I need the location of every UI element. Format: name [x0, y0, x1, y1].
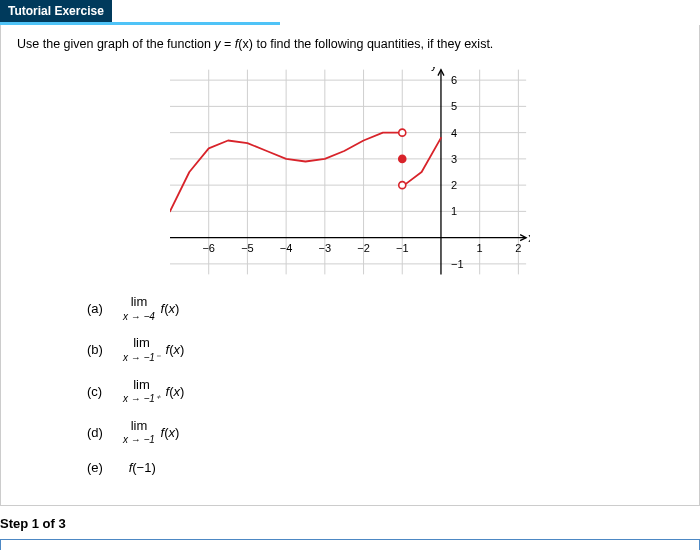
subpart-row: (c)limx → −1⁺ f(x) — [87, 378, 683, 405]
function-expression: f(x) — [157, 301, 179, 316]
svg-point-36 — [399, 182, 406, 189]
svg-text:x: x — [528, 231, 530, 245]
exercise-panel: Use the given graph of the function y = … — [0, 25, 700, 506]
function-graph: −6−5−4−3−2−112−1123456xy — [170, 67, 530, 277]
svg-point-35 — [399, 155, 406, 162]
svg-text:−3: −3 — [319, 242, 332, 254]
section-header: Tutorial Exercise — [0, 0, 112, 22]
limit-expression: limx → −1⁺ — [123, 378, 160, 405]
svg-text:3: 3 — [451, 153, 457, 165]
svg-text:1: 1 — [477, 242, 483, 254]
subpart-label: (b) — [87, 342, 123, 357]
svg-text:−6: −6 — [202, 242, 215, 254]
svg-text:−4: −4 — [280, 242, 293, 254]
chart-container: −6−5−4−3−2−112−1123456xy — [17, 67, 683, 277]
svg-text:−1: −1 — [451, 258, 464, 270]
subparts-list: (a)limx → −4 f(x)(b)limx → −1⁻ f(x)(c)li… — [87, 295, 683, 475]
subpart-row: (d)limx → −1 f(x) — [87, 419, 683, 446]
svg-point-34 — [399, 129, 406, 136]
prompt-eqn-x: (x) — [238, 37, 253, 51]
limit-expression: limx → −4 — [123, 295, 155, 322]
limit-expression: limx → −1⁻ — [123, 336, 160, 363]
svg-text:−5: −5 — [241, 242, 254, 254]
prompt-text: Use the given graph of the function y = … — [17, 37, 683, 51]
prompt-suffix: to find the following quantities, if the… — [256, 37, 493, 51]
subpart-row: (b)limx → −1⁻ f(x) — [87, 336, 683, 363]
function-expression: f(x) — [157, 425, 179, 440]
svg-text:−1: −1 — [396, 242, 409, 254]
subpart-row: (a)limx → −4 f(x) — [87, 295, 683, 322]
prompt-prefix: Use the given graph of the function — [17, 37, 214, 51]
function-expression: f(x) — [162, 384, 184, 399]
svg-text:1: 1 — [451, 205, 457, 217]
limit-expression: limx → −1 — [123, 419, 155, 446]
svg-text:4: 4 — [451, 127, 457, 139]
subpart-row: (e) f(−1) — [87, 460, 683, 475]
function-expression: f(−1) — [125, 460, 156, 475]
step-title: Step 1 of 3 — [0, 516, 700, 531]
svg-text:−2: −2 — [357, 242, 370, 254]
answer-box[interactable]: (a) lim x → −4 f(x) — [0, 539, 700, 550]
subpart-label: (c) — [87, 384, 123, 399]
svg-text:2: 2 — [515, 242, 521, 254]
svg-text:y: y — [431, 67, 437, 71]
prompt-eqn-eq: = — [221, 37, 235, 51]
subpart-label: (d) — [87, 425, 123, 440]
subpart-label: (a) — [87, 301, 123, 316]
svg-text:5: 5 — [451, 100, 457, 112]
subpart-label: (e) — [87, 460, 123, 475]
svg-text:2: 2 — [451, 179, 457, 191]
svg-text:6: 6 — [451, 74, 457, 86]
function-expression: f(x) — [162, 342, 184, 357]
